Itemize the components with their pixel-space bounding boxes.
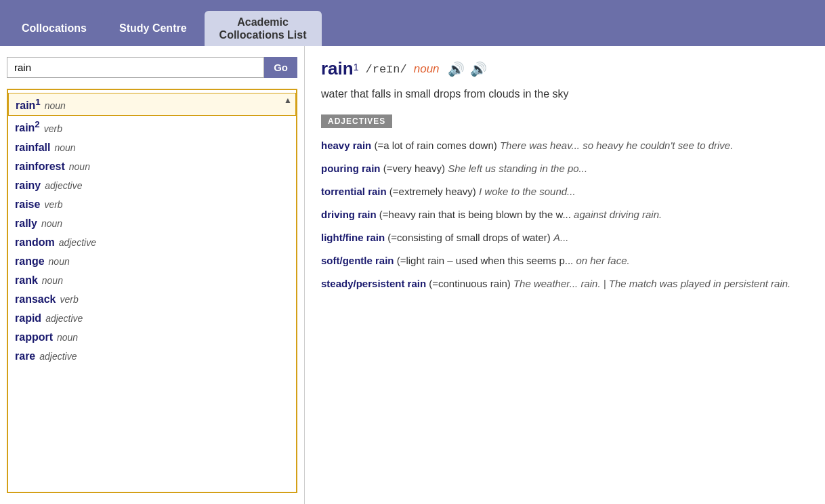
word-text: rapport	[15, 331, 53, 343]
word-pos: noun	[49, 256, 70, 267]
col-phrase: heavy rain	[321, 140, 374, 151]
col-example: I woke to the sound...	[479, 186, 576, 197]
left-panel: Go ▲ rain1nounrain2verbrainfallnounrainf…	[0, 46, 305, 504]
search-button[interactable]: Go	[264, 57, 297, 78]
word-list-item[interactable]: ransackverb	[8, 290, 296, 309]
col-example: on her face.	[576, 255, 629, 266]
word-text: rally	[15, 217, 37, 230]
word-pos: noun	[69, 161, 90, 172]
word-pos: noun	[45, 100, 66, 111]
main-container: Go ▲ rain1nounrain2verbrainfallnounrainf…	[0, 46, 825, 504]
word-pos: noun	[54, 142, 75, 153]
word-text: raise	[15, 198, 40, 211]
tab-study-centre[interactable]: Study Centre	[104, 11, 202, 46]
word-list-item[interactable]: rareadjective	[8, 347, 296, 366]
word-list-item[interactable]: rainyadjective	[8, 176, 296, 195]
word-list-item[interactable]: rainfallnoun	[8, 138, 296, 157]
word-superscript: 2	[35, 119, 39, 129]
speaker-us-button[interactable]: 🔊	[446, 61, 466, 77]
word-list-item[interactable]: rangenoun	[8, 252, 296, 271]
nav-tabs: Collocations Study Centre AcademicColloc…	[0, 0, 825, 46]
tab-collocations[interactable]: Collocations	[7, 11, 102, 46]
word-list-item[interactable]: rapportnoun	[8, 328, 296, 347]
adjectives-section: ADJECTIVES heavy rain (=a lot of rain co…	[321, 114, 809, 292]
search-input[interactable]	[7, 57, 264, 78]
word-pos: adjective	[45, 180, 82, 191]
word-pos: adjective	[39, 351, 77, 362]
word-superscript: 1	[35, 97, 40, 107]
word-pos: verb	[44, 123, 62, 134]
entry-definition: water that falls in small drops from clo…	[321, 86, 809, 102]
word-pos: noun	[42, 275, 63, 286]
col-phrase: torrential rain	[321, 186, 389, 197]
word-pos: adjective	[59, 237, 96, 248]
search-bar: Go	[7, 57, 297, 78]
word-list-container: ▲ rain1nounrain2verbrainfallnounrainfore…	[7, 89, 297, 493]
word-text: random	[15, 236, 55, 249]
word-pos: verb	[44, 199, 62, 210]
word-list-item[interactable]: raiseverb	[8, 195, 296, 214]
col-example: against driving rain.	[574, 209, 662, 220]
tab-academic-collocations[interactable]: AcademicCollocations List	[205, 11, 322, 46]
word-pos: noun	[57, 332, 78, 343]
entry-word: rain1	[321, 58, 358, 79]
entry-pos: noun	[414, 62, 440, 76]
col-phrase: pouring rain	[321, 163, 383, 174]
word-text: rare	[15, 350, 35, 362]
col-gloss: (=very heavy)	[383, 163, 448, 174]
word-text: rain2	[15, 119, 40, 134]
word-text: rain1	[16, 97, 41, 112]
word-list-item[interactable]: rapidadjective	[8, 309, 296, 328]
word-text: rainforest	[15, 161, 65, 173]
entry-word-text: rain	[321, 58, 354, 79]
word-text: ransack	[15, 293, 56, 306]
scroll-arrow-icon: ▲	[284, 96, 292, 105]
col-example: There was heav... so heavy he couldn't s…	[500, 140, 733, 151]
col-phrase: soft/gentle rain	[321, 255, 397, 266]
col-phrase: steady/persistent rain	[321, 278, 429, 289]
col-example: She left us standing in the po...	[448, 163, 587, 174]
col-gloss: (=a lot of rain comes down)	[374, 140, 500, 151]
word-pos: verb	[60, 294, 79, 305]
col-gloss: (=extremely heavy)	[389, 186, 479, 197]
collocation-entry: pouring rain (=very heavy) She left us s…	[321, 161, 809, 177]
col-example: The weather... rain. | The match was pla…	[513, 278, 790, 289]
col-gloss: (=heavy rain that is being blown by the …	[379, 209, 574, 220]
word-text: rapid	[15, 312, 41, 324]
word-list-item[interactable]: rain1noun	[8, 93, 296, 116]
word-list-item[interactable]: ranknoun	[8, 271, 296, 290]
col-phrase: light/fine rain	[321, 232, 387, 243]
word-text: rainy	[15, 180, 41, 192]
col-gloss: (=light rain – used when this seems p...	[397, 255, 576, 266]
word-list-item[interactable]: rain2verb	[8, 116, 296, 138]
word-list-item[interactable]: rainforestnoun	[8, 157, 296, 176]
word-text: rainfall	[15, 142, 50, 154]
collocation-entry: soft/gentle rain (=light rain – used whe…	[321, 253, 809, 269]
collocations-list: heavy rain (=a lot of rain comes down) T…	[321, 138, 809, 292]
entry-superscript: 1	[354, 62, 359, 72]
collocation-entry: torrential rain (=extremely heavy) I wok…	[321, 184, 809, 200]
col-example: A...	[553, 232, 569, 243]
speaker-uk-button[interactable]: 🔊	[469, 61, 488, 77]
section-label: ADJECTIVES	[321, 114, 392, 128]
word-text: rank	[15, 274, 38, 287]
word-text: range	[15, 255, 45, 268]
entry-header: rain1 /reɪn/ noun 🔊 🔊	[321, 58, 809, 79]
col-gloss: (=consisting of small drops of water)	[387, 232, 553, 243]
collocation-entry: steady/persistent rain (=continuous rain…	[321, 276, 809, 292]
word-list-item[interactable]: rallynoun	[8, 214, 296, 233]
word-pos: noun	[41, 218, 62, 229]
entry-pronunciation: /reɪn/	[365, 62, 406, 76]
collocation-entry: light/fine rain (=consisting of small dr…	[321, 230, 809, 246]
col-phrase: driving rain	[321, 209, 379, 220]
word-list: rain1nounrain2verbrainfallnounrainforest…	[8, 90, 296, 369]
audio-icons: 🔊 🔊	[446, 61, 488, 77]
right-panel: rain1 /reɪn/ noun 🔊 🔊 water that falls i…	[305, 46, 825, 504]
col-gloss: (=continuous rain)	[429, 278, 513, 289]
collocation-entry: heavy rain (=a lot of rain comes down) T…	[321, 138, 809, 154]
collocation-entry: driving rain (=heavy rain that is being …	[321, 207, 809, 223]
word-list-item[interactable]: randomadjective	[8, 233, 296, 252]
word-pos: adjective	[45, 313, 83, 324]
